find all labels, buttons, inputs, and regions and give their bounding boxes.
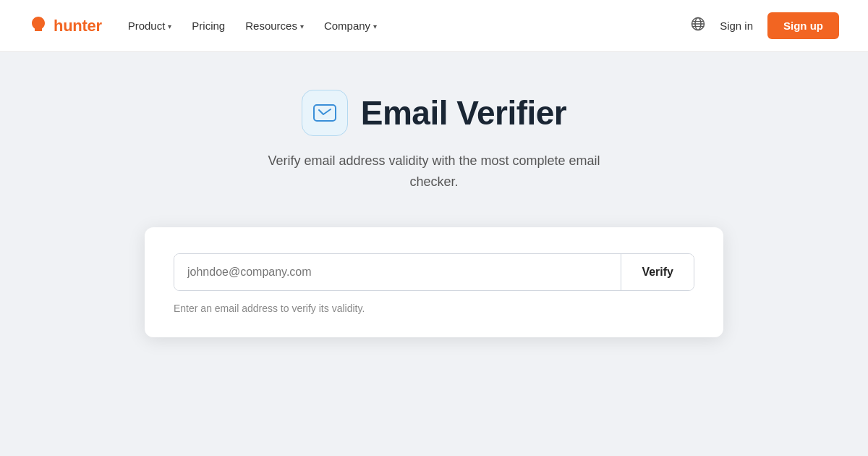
nav-company-label: Company (324, 20, 370, 32)
navbar-right: Sign in Sign up (691, 12, 839, 39)
product-chevron-icon: ▾ (168, 22, 171, 30)
nav-pricing[interactable]: Pricing (192, 20, 225, 32)
hero-title-row: Email Verifier (302, 90, 567, 136)
verify-button[interactable]: Verify (621, 254, 694, 290)
email-input[interactable] (174, 254, 621, 290)
hero-title: Email Verifier (361, 93, 567, 132)
logo[interactable]: hunter (29, 14, 102, 38)
logo-text: hunter (54, 17, 102, 35)
input-row: Verify (174, 253, 694, 291)
nav-resources[interactable]: Resources ▾ (245, 20, 304, 32)
nav-resources-label: Resources (245, 20, 297, 32)
navbar: hunter Product ▾ Pricing Resources ▾ Com… (0, 0, 868, 52)
nav-links: Product ▾ Pricing Resources ▾ Company ▾ (128, 20, 377, 32)
hunter-logo-icon (29, 14, 48, 38)
nav-company[interactable]: Company ▾ (324, 20, 377, 32)
email-verifier-icon (302, 90, 348, 136)
nav-product[interactable]: Product ▾ (128, 20, 172, 32)
nav-product-label: Product (128, 20, 166, 32)
hero-section: Email Verifier Verify email address vali… (0, 52, 868, 366)
globe-icon[interactable] (691, 17, 705, 35)
svg-point-1 (40, 18, 43, 22)
nav-pricing-label: Pricing (192, 20, 225, 32)
signin-button[interactable]: Sign in (720, 20, 753, 32)
company-chevron-icon: ▾ (373, 22, 377, 30)
resources-chevron-icon: ▾ (300, 22, 304, 30)
helper-text: Enter an email address to verify its val… (174, 303, 694, 314)
hero-subtitle: Verify email address validity with the m… (246, 151, 622, 193)
svg-point-0 (34, 18, 37, 22)
verifier-card: Verify Enter an email address to verify … (145, 227, 723, 337)
navbar-left: hunter Product ▾ Pricing Resources ▾ Com… (29, 14, 377, 38)
signup-button[interactable]: Sign up (767, 12, 839, 39)
